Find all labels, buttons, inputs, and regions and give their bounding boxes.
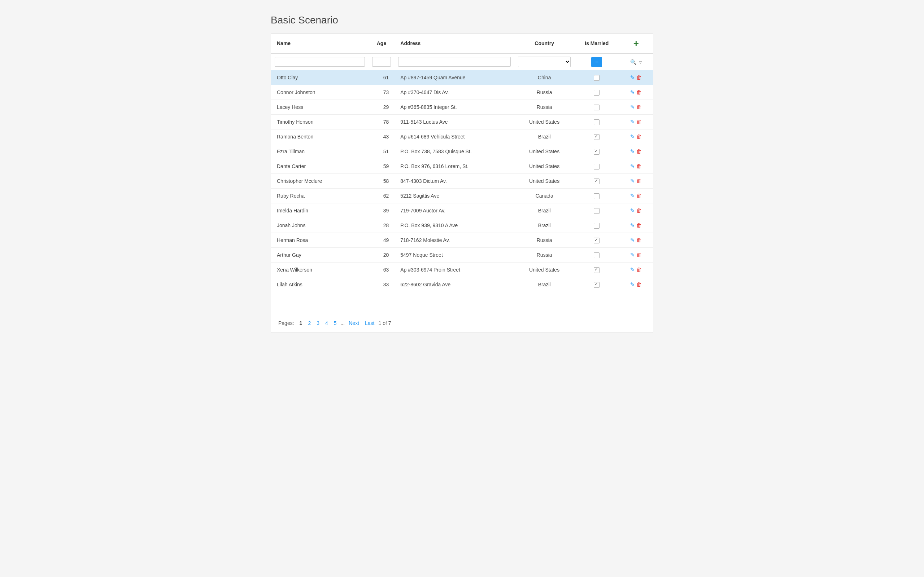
checkbox-unchecked-icon — [594, 105, 599, 110]
filter-married-button[interactable]: − — [591, 57, 602, 67]
cell-age: 58 — [368, 174, 395, 189]
delete-button[interactable]: 🗑 — [636, 266, 642, 272]
delete-button[interactable]: 🗑 — [636, 281, 642, 287]
cell-country: Brazil — [514, 277, 574, 292]
checkbox-unchecked-icon — [594, 75, 599, 81]
col-header-married: Is Married — [574, 34, 619, 53]
edit-button[interactable]: ✎ — [630, 74, 635, 81]
table-body: Otto Clay61Ap #897-1459 Quam AvenueChina… — [271, 70, 653, 292]
cell-address: 5497 Neque Street — [394, 248, 514, 263]
edit-button[interactable]: ✎ — [630, 148, 635, 154]
cell-married — [574, 129, 619, 144]
table-row[interactable]: Lacey Hess29Ap #365-8835 Integer St.Russ… — [271, 100, 653, 115]
delete-button[interactable]: 🗑 — [636, 148, 642, 154]
search-icon[interactable]: 🔍 — [630, 59, 636, 65]
pagination-page-4[interactable]: 4 — [323, 319, 330, 327]
edit-button[interactable]: ✎ — [630, 237, 635, 243]
delete-button[interactable]: 🗑 — [636, 163, 642, 169]
table-row[interactable]: Otto Clay61Ap #897-1459 Quam AvenueChina… — [271, 70, 653, 85]
cell-address: 719-7009 Auctor Av. — [394, 203, 514, 218]
cell-country: United States — [514, 115, 574, 129]
delete-button[interactable]: 🗑 — [636, 193, 642, 199]
add-record-button[interactable]: + — [633, 39, 639, 48]
table-row[interactable]: Dante Carter59P.O. Box 976, 6316 Lorem, … — [271, 159, 653, 174]
cell-address: 911-5143 Luctus Ave — [394, 115, 514, 129]
edit-button[interactable]: ✎ — [630, 207, 635, 213]
cell-actions: ✎🗑 — [619, 159, 653, 174]
cell-actions: ✎🗑 — [619, 129, 653, 144]
table-row[interactable]: Ezra Tillman51P.O. Box 738, 7583 Quisque… — [271, 144, 653, 159]
cell-married — [574, 70, 619, 85]
pagination-page-5[interactable]: 5 — [332, 319, 339, 327]
delete-button[interactable]: 🗑 — [636, 119, 642, 125]
delete-button[interactable]: 🗑 — [636, 74, 642, 81]
delete-button[interactable]: 🗑 — [636, 104, 642, 110]
delete-button[interactable]: 🗑 — [636, 89, 642, 95]
table-row[interactable]: Arthur Gay205497 Neque StreetRussia✎🗑 — [271, 248, 653, 263]
table-row[interactable]: Christopher Mcclure58847-4303 Dictum Av.… — [271, 174, 653, 189]
cell-age: 63 — [368, 263, 395, 277]
filter-icon[interactable]: ▿ — [639, 59, 642, 65]
cell-age: 28 — [368, 218, 395, 233]
filter-country-select[interactable]: China Russia United States Brazil Canada — [518, 56, 571, 67]
checkbox-unchecked-icon — [594, 253, 599, 258]
checkbox-checked-icon — [594, 134, 599, 140]
delete-button[interactable]: 🗑 — [636, 252, 642, 258]
table-row[interactable]: Herman Rosa49718-7162 Molestie Av.Russia… — [271, 233, 653, 248]
table-row[interactable]: Ramona Benton43Ap #614-689 Vehicula Stre… — [271, 129, 653, 144]
edit-button[interactable]: ✎ — [630, 252, 635, 258]
checkbox-unchecked-icon — [594, 208, 599, 214]
table-row[interactable]: Imelda Hardin39719-7009 Auctor Av.Brazil… — [271, 203, 653, 218]
table-row[interactable]: Connor Johnston73Ap #370-4647 Dis Av.Rus… — [271, 85, 653, 100]
delete-button[interactable]: 🗑 — [636, 178, 642, 184]
edit-button[interactable]: ✎ — [630, 119, 635, 125]
cell-country: United States — [514, 174, 574, 189]
col-header-actions[interactable]: + — [619, 34, 653, 53]
edit-button[interactable]: ✎ — [630, 281, 635, 287]
cell-address: P.O. Box 939, 9310 A Ave — [394, 218, 514, 233]
table-row[interactable]: Xena Wilkerson63Ap #303-6974 Proin Stree… — [271, 263, 653, 277]
checkbox-checked-icon — [594, 267, 599, 273]
pagination-page-3[interactable]: 3 — [315, 319, 321, 327]
edit-button[interactable]: ✎ — [630, 89, 635, 95]
checkbox-checked-icon — [594, 282, 599, 288]
checkbox-unchecked-icon — [594, 90, 599, 95]
filter-address-input[interactable] — [398, 57, 511, 67]
edit-button[interactable]: ✎ — [630, 104, 635, 110]
cell-married — [574, 174, 619, 189]
cell-address: Ap #365-8835 Integer St. — [394, 100, 514, 115]
cell-country: Russia — [514, 85, 574, 100]
edit-button[interactable]: ✎ — [630, 178, 635, 184]
cell-actions: ✎🗑 — [619, 233, 653, 248]
edit-button[interactable]: ✎ — [630, 222, 635, 228]
edit-button[interactable]: ✎ — [630, 193, 635, 199]
cell-age: 78 — [368, 115, 395, 129]
filter-name-input[interactable] — [275, 57, 365, 67]
data-table: Name Age Address Country Is Married + — [271, 34, 653, 292]
edit-button[interactable]: ✎ — [630, 266, 635, 272]
pagination-next[interactable]: Next — [347, 319, 361, 327]
edit-button[interactable]: ✎ — [630, 134, 635, 140]
table-row[interactable]: Lilah Atkins33622-8602 Gravida AveBrazil… — [271, 277, 653, 292]
checkbox-unchecked-icon — [594, 164, 599, 169]
edit-button[interactable]: ✎ — [630, 163, 635, 169]
cell-age: 39 — [368, 203, 395, 218]
cell-name: Lacey Hess — [271, 100, 368, 115]
filter-row: China Russia United States Brazil Canada… — [271, 53, 653, 70]
cell-married — [574, 203, 619, 218]
cell-age: 43 — [368, 129, 395, 144]
delete-button[interactable]: 🗑 — [636, 207, 642, 213]
pagination-page-2[interactable]: 2 — [306, 319, 313, 327]
table-row[interactable]: Jonah Johns28P.O. Box 939, 9310 A AveBra… — [271, 218, 653, 233]
delete-button[interactable]: 🗑 — [636, 222, 642, 228]
delete-button[interactable]: 🗑 — [636, 237, 642, 243]
cell-name: Otto Clay — [271, 70, 368, 85]
table-row[interactable]: Timothy Henson78911-5143 Luctus AveUnite… — [271, 115, 653, 129]
data-table-container: Name Age Address Country Is Married + — [271, 33, 653, 333]
filter-age-input[interactable] — [372, 57, 391, 67]
table-row[interactable]: Ruby Rocha625212 Sagittis AveCanada✎🗑 — [271, 189, 653, 203]
cell-married — [574, 100, 619, 115]
pagination-last[interactable]: Last — [363, 319, 376, 327]
cell-country: Russia — [514, 100, 574, 115]
delete-button[interactable]: 🗑 — [636, 134, 642, 140]
